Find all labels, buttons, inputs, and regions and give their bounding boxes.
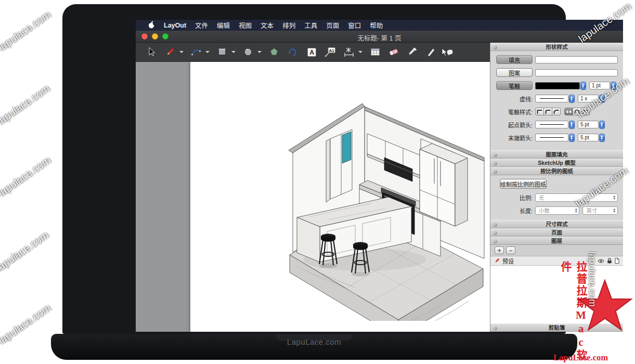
polygon-tool[interactable] xyxy=(268,45,280,59)
fill-color-well[interactable] xyxy=(535,56,618,63)
section-dimension-style[interactable]: 尺寸样式 xyxy=(490,220,623,228)
disclosure-icon[interactable] xyxy=(494,327,497,330)
section-scaled-drawing[interactable]: 按比例的图纸 xyxy=(490,167,623,175)
pattern-button[interactable]: 图案 xyxy=(496,68,533,77)
label-tool[interactable]: A1 xyxy=(324,45,336,59)
start-arrow-size-field[interactable]: 5 pt xyxy=(578,121,599,128)
split-tool[interactable] xyxy=(425,45,437,59)
end-arrow-size-field[interactable]: 5 pt xyxy=(578,134,599,141)
section-title: 按比例的图纸 xyxy=(540,168,573,174)
stroke-style-label: 笔触样式: xyxy=(496,108,535,116)
make-scaled-drawing-button[interactable]: 绘制按比例的图纸 xyxy=(500,179,547,189)
remove-layer-button[interactable]: − xyxy=(506,246,515,254)
dimension-tool-caret[interactable] xyxy=(358,51,362,53)
menu-window[interactable]: 窗口 xyxy=(348,20,361,30)
menu-pages[interactable]: 页面 xyxy=(326,20,339,30)
start-arrow-combo[interactable] xyxy=(535,121,568,128)
eraser-tool[interactable] xyxy=(387,45,400,59)
rectangle-tool-caret[interactable] xyxy=(231,51,236,53)
disclosure-icon[interactable] xyxy=(494,153,497,157)
arc-tool-caret[interactable] xyxy=(205,51,210,53)
menu-text[interactable]: 文本 xyxy=(261,20,274,30)
apple-icon xyxy=(148,21,155,29)
circle-tool[interactable] xyxy=(242,45,254,59)
stamp-site-text: LapuLace.com xyxy=(553,353,608,363)
section-sketchup-model[interactable]: SketchUp 模型 xyxy=(490,159,623,167)
label-icon: A1 xyxy=(325,47,336,57)
table-tool[interactable] xyxy=(369,45,381,59)
circle-tool-caret[interactable] xyxy=(257,51,262,53)
join-miter-button[interactable] xyxy=(535,108,544,115)
section-pattern-fill[interactable]: 图案填充 xyxy=(490,150,623,159)
app-menu-layout[interactable]: LayOut xyxy=(164,22,186,29)
layout-window: 无标题- 第 1 页 xyxy=(136,31,623,332)
end-arrow-combo[interactable] xyxy=(535,134,568,141)
length-format-popup[interactable]: 小数 ▲▼ xyxy=(535,206,579,215)
arc-tool[interactable] xyxy=(190,45,202,59)
menu-edit[interactable]: 编辑 xyxy=(217,20,230,30)
sketchup-kitchen-model[interactable] xyxy=(287,102,485,321)
section-pages[interactable]: 页面 xyxy=(490,228,623,237)
watermark: lapulace.com xyxy=(0,154,53,199)
titlebar[interactable]: 无标题- 第 1 页 xyxy=(136,31,623,43)
disclosure-icon[interactable] xyxy=(494,231,497,235)
add-layer-button[interactable]: + xyxy=(495,246,504,254)
style-tool[interactable] xyxy=(406,45,419,59)
stroke-width-stepper[interactable] xyxy=(611,82,616,90)
layers-toolbar: + − xyxy=(490,245,623,256)
text-tool[interactable]: A xyxy=(305,45,318,59)
line-tool[interactable] xyxy=(164,45,176,59)
watermark: lapulace.com xyxy=(0,82,52,127)
start-arrow-size-stepper[interactable] xyxy=(599,121,605,129)
section-layers[interactable]: 图层 xyxy=(490,237,623,245)
red-star-icon xyxy=(576,279,633,336)
disclosure-icon[interactable] xyxy=(494,162,497,165)
disclosure-icon[interactable] xyxy=(494,240,497,243)
join-round-button[interactable] xyxy=(543,108,552,115)
offset-tool[interactable] xyxy=(287,45,299,59)
apple-menu[interactable] xyxy=(148,21,155,30)
cap-square-button[interactable] xyxy=(581,108,590,115)
table-icon xyxy=(370,47,381,57)
menu-tools[interactable]: 工具 xyxy=(304,20,317,30)
dash-scale-field[interactable]: 1 x xyxy=(578,95,599,102)
dashes-combo[interactable] xyxy=(535,95,568,102)
length-unit-popup[interactable]: 英寸 ▲▼ xyxy=(582,206,618,215)
layer-name: 预设 xyxy=(502,257,514,265)
fill-button[interactable]: 填充 xyxy=(496,55,533,64)
menu-view[interactable]: 视图 xyxy=(239,20,252,30)
document-page[interactable] xyxy=(190,62,490,332)
menu-bar: LayOut 文件 编辑 视图 文本 排列 工具 页面 窗口 帮助 xyxy=(136,20,623,31)
cap-round-button[interactable] xyxy=(573,108,581,115)
section-shape-style[interactable]: 形状样式 xyxy=(490,43,623,51)
disclosure-icon[interactable] xyxy=(494,170,497,174)
line-tool-caret[interactable] xyxy=(179,51,184,53)
disclosure-icon[interactable] xyxy=(494,46,497,49)
screen: LayOut 文件 编辑 视图 文本 排列 工具 页面 窗口 帮助 无标题- 第… xyxy=(136,20,623,332)
select-tool[interactable] xyxy=(145,45,158,59)
section-title: 尺寸样式 xyxy=(546,221,568,227)
stroke-width-field[interactable]: 1 pt xyxy=(589,82,610,89)
dash-scale-stepper[interactable] xyxy=(599,95,605,103)
cap-butt-button[interactable] xyxy=(564,108,573,115)
end-arrow-size-stepper[interactable] xyxy=(599,134,605,142)
rectangle-tool[interactable] xyxy=(216,45,228,59)
stroke-button[interactable]: 笔触 xyxy=(496,81,533,90)
disclosure-icon[interactable] xyxy=(494,223,497,227)
stroke-color-stepper[interactable] xyxy=(580,82,586,90)
end-arrow-stepper[interactable] xyxy=(569,134,575,142)
dashes-stepper[interactable] xyxy=(569,95,575,103)
offset-arc-icon xyxy=(288,47,298,57)
stroke-color-well[interactable] xyxy=(535,82,580,89)
menu-help[interactable]: 帮助 xyxy=(370,20,383,30)
canvas-area[interactable] xyxy=(136,62,490,332)
dimension-tool[interactable] xyxy=(343,45,355,59)
pattern-well[interactable] xyxy=(535,69,618,76)
length-label: 长度: xyxy=(496,206,535,215)
start-arrow-stepper[interactable] xyxy=(569,121,575,129)
scale-popup[interactable]: 无 ▲▼ xyxy=(535,193,618,202)
menu-arrange[interactable]: 排列 xyxy=(282,20,295,30)
pencil-icon xyxy=(165,47,175,57)
menu-file[interactable]: 文件 xyxy=(195,20,208,30)
join-bevel-button[interactable] xyxy=(552,108,561,115)
